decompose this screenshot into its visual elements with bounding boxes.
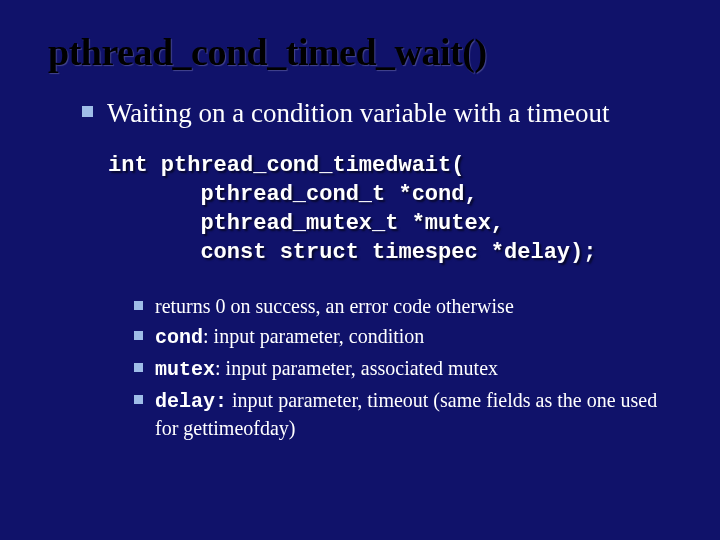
- square-bullet-icon: [134, 301, 143, 310]
- code-line-1: int pthread_cond_timedwait(: [108, 151, 680, 180]
- sub-bullet-3-text: mutex: input parameter, associated mutex: [155, 355, 498, 383]
- slide: pthread_cond_timed_wait() Waiting on a c…: [0, 0, 720, 540]
- sub-bullet-1: returns 0 on success, an error code othe…: [134, 293, 680, 319]
- sub-bullet-3-rest: : input parameter, associated mutex: [215, 357, 498, 379]
- sub-bullet-4-rest: input parameter, timeout (same fields as…: [155, 389, 657, 439]
- sub-bullet-list: returns 0 on success, an error code othe…: [82, 293, 680, 441]
- sub-bullet-4: delay: input parameter, timeout (same fi…: [134, 387, 680, 441]
- slide-content: Waiting on a condition variable with a t…: [48, 96, 680, 441]
- sub-bullet-2-text: cond: input parameter, condition: [155, 323, 424, 351]
- code-line-4: const struct timespec *delay);: [108, 238, 680, 267]
- sub-bullet-2: cond: input parameter, condition: [134, 323, 680, 351]
- top-bullet: Waiting on a condition variable with a t…: [82, 96, 680, 131]
- code-block: int pthread_cond_timedwait( pthread_cond…: [82, 151, 680, 267]
- slide-title: pthread_cond_timed_wait(): [48, 30, 680, 74]
- sub-bullet-2-rest: : input parameter, condition: [203, 325, 424, 347]
- sub-bullet-1-text: returns 0 on success, an error code othe…: [155, 293, 514, 319]
- code-span-mutex: mutex: [155, 358, 215, 381]
- square-bullet-icon: [134, 395, 143, 404]
- code-span-cond: cond: [155, 326, 203, 349]
- sub-bullet-3: mutex: input parameter, associated mutex: [134, 355, 680, 383]
- square-bullet-icon: [134, 331, 143, 340]
- sub-bullet-4-text: delay: input parameter, timeout (same fi…: [155, 387, 680, 441]
- code-line-3: pthread_mutex_t *mutex,: [108, 209, 680, 238]
- top-bullet-text: Waiting on a condition variable with a t…: [107, 96, 609, 131]
- square-bullet-icon: [82, 106, 93, 117]
- square-bullet-icon: [134, 363, 143, 372]
- code-line-2: pthread_cond_t *cond,: [108, 180, 680, 209]
- code-span-delay: delay:: [155, 390, 227, 413]
